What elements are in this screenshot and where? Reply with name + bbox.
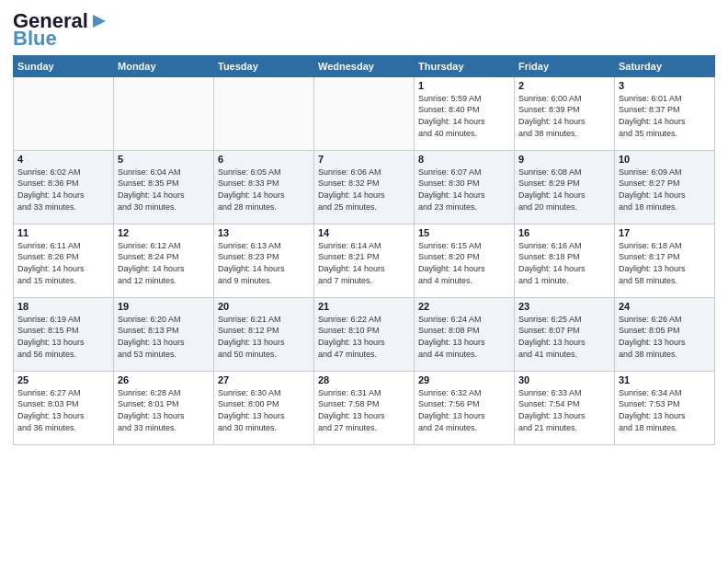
week-row-2: 4Sunrise: 6:02 AM Sunset: 8:36 PM Daylig… <box>14 150 715 224</box>
day-number: 27 <box>218 374 310 385</box>
calendar-cell: 2Sunrise: 6:00 AM Sunset: 8:39 PM Daylig… <box>515 76 615 150</box>
weekday-header-row: SundayMondayTuesdayWednesdayThursdayFrid… <box>14 55 715 76</box>
week-row-1: 1Sunrise: 5:59 AM Sunset: 8:40 PM Daylig… <box>14 76 715 150</box>
day-number: 15 <box>418 227 510 238</box>
day-number: 20 <box>218 301 310 312</box>
calendar-cell: 18Sunrise: 6:19 AM Sunset: 8:15 PM Dayli… <box>14 297 114 371</box>
calendar-cell: 21Sunrise: 6:22 AM Sunset: 8:10 PM Dayli… <box>314 297 415 371</box>
calendar-cell: 4Sunrise: 6:02 AM Sunset: 8:36 PM Daylig… <box>14 150 114 224</box>
day-number: 8 <box>418 154 510 165</box>
day-info: Sunrise: 5:59 AM Sunset: 8:40 PM Dayligh… <box>418 93 510 139</box>
day-number: 14 <box>318 227 410 238</box>
day-info: Sunrise: 6:14 AM Sunset: 8:21 PM Dayligh… <box>318 240 410 286</box>
day-number: 5 <box>118 154 210 165</box>
day-number: 24 <box>619 301 711 312</box>
week-row-3: 11Sunrise: 6:11 AM Sunset: 8:26 PM Dayli… <box>14 224 715 297</box>
day-info: Sunrise: 6:20 AM Sunset: 8:13 PM Dayligh… <box>118 314 210 360</box>
day-info: Sunrise: 6:27 AM Sunset: 8:03 PM Dayligh… <box>17 387 109 433</box>
calendar-cell: 12Sunrise: 6:12 AM Sunset: 8:24 PM Dayli… <box>114 224 214 297</box>
day-info: Sunrise: 6:32 AM Sunset: 7:56 PM Dayligh… <box>418 387 510 433</box>
logo: General Blue <box>13 9 109 48</box>
day-number: 18 <box>17 301 109 312</box>
day-info: Sunrise: 6:00 AM Sunset: 8:39 PM Dayligh… <box>518 93 610 139</box>
week-row-4: 18Sunrise: 6:19 AM Sunset: 8:15 PM Dayli… <box>14 297 715 371</box>
weekday-header-thursday: Thursday <box>415 55 515 76</box>
day-info: Sunrise: 6:12 AM Sunset: 8:24 PM Dayligh… <box>118 240 210 286</box>
day-info: Sunrise: 6:31 AM Sunset: 7:58 PM Dayligh… <box>318 387 410 433</box>
day-number: 28 <box>318 374 410 385</box>
day-info: Sunrise: 6:33 AM Sunset: 7:54 PM Dayligh… <box>518 387 610 433</box>
calendar-cell: 22Sunrise: 6:24 AM Sunset: 8:08 PM Dayli… <box>415 297 515 371</box>
calendar-cell: 17Sunrise: 6:18 AM Sunset: 8:17 PM Dayli… <box>615 224 715 297</box>
weekday-header-wednesday: Wednesday <box>314 55 415 76</box>
calendar-cell: 19Sunrise: 6:20 AM Sunset: 8:13 PM Dayli… <box>114 297 214 371</box>
calendar-cell: 25Sunrise: 6:27 AM Sunset: 8:03 PM Dayli… <box>14 371 114 444</box>
day-info: Sunrise: 6:11 AM Sunset: 8:26 PM Dayligh… <box>17 240 109 286</box>
day-info: Sunrise: 6:07 AM Sunset: 8:30 PM Dayligh… <box>418 167 510 213</box>
calendar-cell: 9Sunrise: 6:08 AM Sunset: 8:29 PM Daylig… <box>515 150 615 224</box>
day-info: Sunrise: 6:26 AM Sunset: 8:05 PM Dayligh… <box>619 314 711 360</box>
day-info: Sunrise: 6:01 AM Sunset: 8:37 PM Dayligh… <box>619 93 711 139</box>
calendar-cell: 29Sunrise: 6:32 AM Sunset: 7:56 PM Dayli… <box>415 371 515 444</box>
day-number: 25 <box>17 374 109 385</box>
calendar-cell: 15Sunrise: 6:15 AM Sunset: 8:20 PM Dayli… <box>415 224 515 297</box>
weekday-header-tuesday: Tuesday <box>214 55 314 76</box>
day-info: Sunrise: 6:05 AM Sunset: 8:33 PM Dayligh… <box>218 167 310 213</box>
calendar-cell: 31Sunrise: 6:34 AM Sunset: 7:53 PM Dayli… <box>615 371 715 444</box>
day-info: Sunrise: 6:08 AM Sunset: 8:29 PM Dayligh… <box>518 167 610 213</box>
day-number: 1 <box>418 80 510 91</box>
day-number: 3 <box>619 80 711 91</box>
calendar-cell: 11Sunrise: 6:11 AM Sunset: 8:26 PM Dayli… <box>14 224 114 297</box>
calendar-cell <box>114 76 214 150</box>
calendar-cell: 7Sunrise: 6:06 AM Sunset: 8:32 PM Daylig… <box>314 150 415 224</box>
calendar-cell <box>14 76 114 150</box>
calendar-cell: 10Sunrise: 6:09 AM Sunset: 8:27 PM Dayli… <box>615 150 715 224</box>
weekday-header-saturday: Saturday <box>615 55 715 76</box>
day-info: Sunrise: 6:25 AM Sunset: 8:07 PM Dayligh… <box>518 314 610 360</box>
calendar-cell: 23Sunrise: 6:25 AM Sunset: 8:07 PM Dayli… <box>515 297 615 371</box>
calendar-cell: 13Sunrise: 6:13 AM Sunset: 8:23 PM Dayli… <box>214 224 314 297</box>
day-info: Sunrise: 6:30 AM Sunset: 8:00 PM Dayligh… <box>218 387 310 433</box>
weekday-header-sunday: Sunday <box>14 55 114 76</box>
day-number: 22 <box>418 301 510 312</box>
page: General Blue SundayMondayTuesdayWednesda… <box>0 0 728 454</box>
logo-blue: Blue <box>13 29 57 48</box>
day-info: Sunrise: 6:24 AM Sunset: 8:08 PM Dayligh… <box>418 314 510 360</box>
calendar-cell: 26Sunrise: 6:28 AM Sunset: 8:01 PM Dayli… <box>114 371 214 444</box>
day-info: Sunrise: 6:19 AM Sunset: 8:15 PM Dayligh… <box>17 314 109 360</box>
header: General Blue <box>13 9 715 48</box>
day-number: 13 <box>218 227 310 238</box>
logo-icon <box>89 11 109 31</box>
calendar-cell: 8Sunrise: 6:07 AM Sunset: 8:30 PM Daylig… <box>415 150 515 224</box>
calendar-cell: 6Sunrise: 6:05 AM Sunset: 8:33 PM Daylig… <box>214 150 314 224</box>
day-number: 31 <box>619 374 711 385</box>
day-number: 21 <box>318 301 410 312</box>
calendar-cell <box>214 76 314 150</box>
calendar-cell: 30Sunrise: 6:33 AM Sunset: 7:54 PM Dayli… <box>515 371 615 444</box>
calendar-cell: 20Sunrise: 6:21 AM Sunset: 8:12 PM Dayli… <box>214 297 314 371</box>
day-info: Sunrise: 6:16 AM Sunset: 8:18 PM Dayligh… <box>518 240 610 286</box>
day-info: Sunrise: 6:22 AM Sunset: 8:10 PM Dayligh… <box>318 314 410 360</box>
svg-marker-0 <box>93 15 106 28</box>
day-info: Sunrise: 6:34 AM Sunset: 7:53 PM Dayligh… <box>619 387 711 433</box>
day-number: 10 <box>619 154 711 165</box>
calendar-table: SundayMondayTuesdayWednesdayThursdayFrid… <box>13 55 715 445</box>
day-number: 26 <box>118 374 210 385</box>
day-number: 19 <box>118 301 210 312</box>
day-info: Sunrise: 6:28 AM Sunset: 8:01 PM Dayligh… <box>118 387 210 433</box>
calendar-cell: 5Sunrise: 6:04 AM Sunset: 8:35 PM Daylig… <box>114 150 214 224</box>
day-number: 12 <box>118 227 210 238</box>
day-number: 17 <box>619 227 711 238</box>
day-number: 6 <box>218 154 310 165</box>
day-info: Sunrise: 6:02 AM Sunset: 8:36 PM Dayligh… <box>17 167 109 213</box>
day-info: Sunrise: 6:21 AM Sunset: 8:12 PM Dayligh… <box>218 314 310 360</box>
calendar-cell: 14Sunrise: 6:14 AM Sunset: 8:21 PM Dayli… <box>314 224 415 297</box>
calendar-cell: 28Sunrise: 6:31 AM Sunset: 7:58 PM Dayli… <box>314 371 415 444</box>
day-info: Sunrise: 6:13 AM Sunset: 8:23 PM Dayligh… <box>218 240 310 286</box>
day-info: Sunrise: 6:15 AM Sunset: 8:20 PM Dayligh… <box>418 240 510 286</box>
day-number: 29 <box>418 374 510 385</box>
calendar-cell: 1Sunrise: 5:59 AM Sunset: 8:40 PM Daylig… <box>415 76 515 150</box>
calendar-cell: 27Sunrise: 6:30 AM Sunset: 8:00 PM Dayli… <box>214 371 314 444</box>
calendar-cell: 24Sunrise: 6:26 AM Sunset: 8:05 PM Dayli… <box>615 297 715 371</box>
day-info: Sunrise: 6:09 AM Sunset: 8:27 PM Dayligh… <box>619 167 711 213</box>
